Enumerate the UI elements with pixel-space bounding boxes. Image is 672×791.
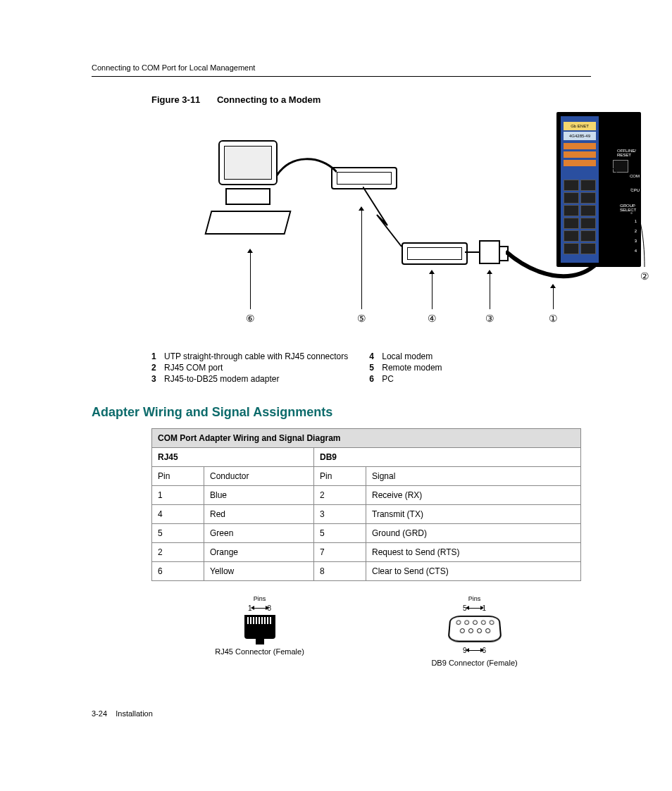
adapter-icon [479, 240, 500, 264]
page-header: Connecting to COM Port for Local Managem… [92, 63, 591, 77]
connector-caption: RJ45 Connector (Female) [215, 647, 304, 656]
rj45-connector-icon [244, 615, 275, 639]
legend-text: RJ45-to-DB25 modem adapter [164, 374, 279, 384]
keyboard-icon [204, 211, 291, 235]
callout-arrow [432, 274, 433, 309]
legend-text: RJ45 COM port [164, 363, 223, 373]
wiring-table: COM Port Adapter Wiring and Signal Diagr… [151, 428, 581, 581]
cell: Orange [204, 543, 314, 562]
figure-caption: Figure 3-11 Connecting to a Modem [151, 94, 591, 105]
rj45-connector-diagram: Pins 1 8 RJ45 Connector (Female) [215, 595, 304, 667]
legend-num: 1 [151, 351, 164, 361]
cell: Ground (GRD) [366, 524, 581, 543]
cell: 2 [313, 486, 366, 505]
callout-arrow [553, 288, 554, 309]
legend-num: 3 [151, 374, 164, 384]
cell: Blue [204, 486, 314, 505]
cell: Request to Send (RTS) [366, 543, 581, 562]
table-row: 6 Yellow 8 Clear to Send (CTS) [152, 562, 581, 581]
figure-title: Connecting to a Modem [217, 94, 321, 105]
pins-label: Pins [215, 595, 304, 602]
cell: Red [204, 505, 314, 524]
table-row: 4 Red 3 Transmit (TX) [152, 505, 581, 524]
db9-connector-diagram: Pins 5 1 9 6 DB9 Connector (Female [431, 595, 517, 667]
legend-text: UTP straight-through cable with RJ45 con… [164, 351, 348, 361]
callout-4: ④ [428, 313, 437, 324]
connector-caption: DB9 Connector (Female) [431, 659, 517, 667]
cell: 7 [313, 543, 366, 562]
figure-diagram: Gb ENET 4G4285-49 OFFLINE/ RESET COM CPU… [151, 112, 591, 344]
legend-text: PC [382, 374, 394, 384]
pins-label: Pins [431, 595, 517, 602]
table-header-db9: DB9 [313, 448, 580, 467]
section-heading: Adapter Wiring and Signal Assignments [92, 405, 591, 420]
cell: Receive (RX) [366, 486, 581, 505]
cell: 8 [313, 562, 366, 581]
cell: Transmit (TX) [366, 505, 581, 524]
phone-line-icon [363, 187, 440, 250]
col-header: Pin [313, 467, 366, 486]
page-footer: 3-24 Installation [92, 709, 591, 718]
cell: 4 [152, 505, 204, 524]
db9-connector-icon [447, 616, 502, 642]
callout-line [613, 168, 655, 274]
callout-arrow [250, 253, 251, 309]
legend-text: Remote modem [382, 363, 442, 373]
callout-6: ⑥ [246, 313, 255, 324]
switch-label: Gb ENET [564, 122, 596, 130]
footer-section: Installation [116, 709, 153, 718]
cell: 5 [313, 524, 366, 543]
figure-legend: 1UTP straight-through cable with RJ45 co… [151, 351, 591, 385]
table-title: COM Port Adapter Wiring and Signal Diagr… [152, 429, 581, 448]
legend-num: 4 [369, 351, 382, 361]
pc-monitor-icon [218, 140, 278, 205]
legend-num: 5 [369, 363, 382, 373]
col-header: Pin [152, 467, 204, 486]
cell: 1 [152, 486, 204, 505]
switch-model-label: 4G4285-49 [564, 132, 596, 140]
offline-label: OFFLINE/ RESET [617, 149, 638, 157]
local-modem-icon [402, 242, 468, 265]
callout-arrow [490, 274, 490, 309]
callout-3: ③ [485, 313, 494, 324]
callout-arrow [361, 211, 362, 309]
callout-5: ⑤ [357, 313, 366, 324]
col-header: Signal [366, 467, 581, 486]
cell: Yellow [204, 562, 314, 581]
cell: Green [204, 524, 314, 543]
legend-num: 6 [369, 374, 382, 384]
connector-diagrams: Pins 1 8 RJ45 Connector (Female) Pins 5 … [151, 595, 581, 667]
page-number: 3-24 [92, 709, 107, 718]
cell: 2 [152, 543, 204, 562]
legend-num: 2 [151, 363, 164, 373]
table-row: 2 Orange 7 Request to Send (RTS) [152, 543, 581, 562]
figure-number: Figure 3-11 [151, 94, 200, 105]
legend-text: Local modem [382, 351, 433, 361]
cell: 6 [152, 562, 204, 581]
table-row: 1 Blue 2 Receive (RX) [152, 486, 581, 505]
table-row: 5 Green 5 Ground (GRD) [152, 524, 581, 543]
callout-1: ① [549, 313, 558, 324]
cell: Clear to Send (CTS) [366, 562, 581, 581]
cable-icon [277, 154, 337, 189]
cell: 5 [152, 524, 204, 543]
callout-2: ② [640, 270, 649, 282]
cable-icon [465, 251, 479, 253]
cell: 3 [313, 505, 366, 524]
col-header: Conductor [204, 467, 314, 486]
table-header-rj45: RJ45 [152, 448, 314, 467]
